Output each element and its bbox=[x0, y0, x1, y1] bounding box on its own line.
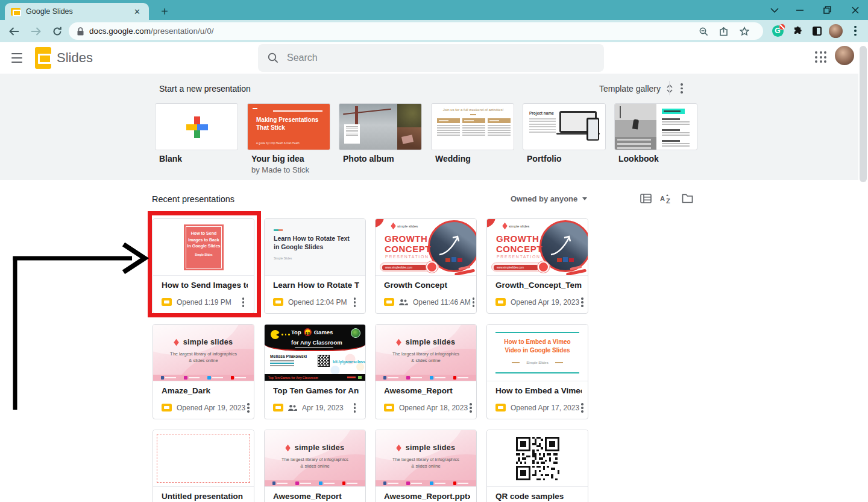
thumb-subtitle: Simple Slides bbox=[526, 361, 548, 364]
share-icon[interactable] bbox=[716, 24, 732, 39]
table-photo bbox=[397, 127, 422, 150]
placeholder-lines bbox=[662, 140, 692, 148]
bookmark-star-icon[interactable] bbox=[737, 24, 752, 39]
thumb-title: for Any Classroom bbox=[291, 339, 342, 346]
presentation-card[interactable]: QR code samples bbox=[486, 430, 588, 502]
presentation-title: Untitled presentation bbox=[162, 492, 248, 501]
address-bar[interactable]: docs.google.com/presentation/u/0/ bbox=[69, 22, 763, 40]
brand-text: simple slides bbox=[295, 443, 344, 452]
opened-date: Opened 11:46 AM bbox=[413, 298, 471, 307]
tab-search-chevron-icon[interactable] bbox=[764, 0, 785, 20]
brand-text: simple slides bbox=[183, 338, 233, 346]
card-menu-kebab-icon[interactable] bbox=[471, 296, 477, 309]
browser-profile-avatar[interactable] bbox=[828, 23, 843, 39]
number-badge: 10 bbox=[304, 328, 312, 336]
template-your-big-idea[interactable]: Making Presentations That Stick A guide … bbox=[247, 103, 330, 150]
template-label: Your big idea bbox=[251, 154, 304, 164]
back-button[interactable] bbox=[5, 22, 23, 40]
browser-tab[interactable]: Google Slides ✕ bbox=[5, 3, 149, 20]
templates-menu-kebab-icon[interactable] bbox=[679, 81, 685, 95]
thumb-title: Top bbox=[291, 329, 301, 335]
thumb-title: How to Embed a Vimeo Video in Google Sli… bbox=[499, 338, 576, 354]
presentation-card[interactable]: simple slides GROWTH CONCEPT PRESENTATIO… bbox=[486, 218, 588, 314]
sort-az-icon[interactable]: A Z bbox=[658, 191, 674, 206]
tab-title: Google Slides bbox=[26, 7, 73, 16]
decor-line bbox=[273, 110, 322, 112]
open-file-picker-folder-icon[interactable] bbox=[679, 191, 695, 206]
extensions-puzzle-icon[interactable] bbox=[790, 23, 805, 39]
presentation-title: Growth_Concept_Templa... bbox=[495, 281, 582, 290]
template-photo-album[interactable] bbox=[339, 103, 422, 150]
page-scrollbar-thumb[interactable] bbox=[860, 46, 867, 182]
slides-file-icon bbox=[273, 404, 283, 411]
svg-text:A: A bbox=[660, 195, 665, 202]
presentation-card[interactable]: simple slides The largest library of inf… bbox=[375, 430, 477, 502]
browser-toolbar: docs.google.com/presentation/u/0/ G bbox=[0, 20, 868, 42]
main-menu-hamburger-icon[interactable] bbox=[10, 52, 24, 63]
presentation-title: Amaze_Dark bbox=[162, 386, 248, 395]
restore-window-button[interactable] bbox=[817, 0, 837, 20]
thumbnail-growth-concept: simple slides GROWTH CONCEPT PRESENTATIO… bbox=[487, 219, 588, 276]
link-text: bit.ly/gamesclassroom bbox=[333, 360, 363, 364]
thumbnail-untitled-blank bbox=[153, 430, 254, 487]
thumb-title: CONCEPT bbox=[385, 244, 431, 254]
lock-icon bbox=[77, 27, 84, 36]
zoom-out-icon[interactable] bbox=[696, 24, 711, 39]
account-avatar[interactable] bbox=[835, 46, 854, 65]
new-tab-button[interactable]: + bbox=[158, 5, 171, 19]
card-menu-kebab-icon[interactable] bbox=[579, 401, 587, 415]
card-menu-kebab-icon[interactable] bbox=[352, 296, 360, 309]
search-bar[interactable] bbox=[258, 44, 604, 72]
minimize-button[interactable] bbox=[790, 0, 810, 20]
close-window-button[interactable] bbox=[845, 0, 866, 20]
presentation-title: Learn How to Rotate Text... bbox=[273, 281, 359, 290]
template-wedding[interactable]: Join us for a full weekend of activities… bbox=[431, 103, 514, 150]
slides-app-header: Slides bbox=[0, 42, 868, 74]
presentation-card[interactable]: simple slides GROWTH CONCEPT PRESENTATIO… bbox=[375, 218, 477, 314]
thumb-subtitle: PRESENTATION bbox=[497, 255, 541, 259]
owned-by-filter[interactable]: Owned by anyone bbox=[508, 193, 590, 205]
search-input[interactable] bbox=[287, 52, 576, 63]
list-view-icon[interactable] bbox=[638, 191, 653, 206]
footer-text: Top Ten Games for Any Classroom bbox=[268, 376, 318, 380]
slides-logo[interactable] bbox=[35, 47, 51, 69]
start-new-presentation-section: Start a new presentation Template galler… bbox=[0, 74, 858, 180]
decor-dash bbox=[253, 108, 257, 109]
presentation-card[interactable]: Learn How to Rotate Text in Google Slide… bbox=[264, 218, 366, 314]
card-menu-kebab-icon[interactable] bbox=[245, 401, 253, 415]
reload-button[interactable] bbox=[48, 22, 66, 40]
template-lookbook[interactable] bbox=[614, 103, 697, 150]
template-label: Photo album bbox=[343, 154, 394, 164]
thumbnail-simple-slides: simple slides The largest library of inf… bbox=[376, 325, 476, 381]
thumb-title: Learn How to Rotate Text in Google Slide… bbox=[274, 235, 353, 251]
template-blank[interactable] bbox=[155, 103, 238, 150]
presentation-card[interactable]: simple slides The largest library of inf… bbox=[153, 324, 254, 419]
presentation-card[interactable]: Top10Games for Any Classroom Melissa Pil… bbox=[264, 324, 366, 419]
forward-button[interactable] bbox=[27, 22, 45, 40]
grammarly-extension-icon[interactable]: G bbox=[770, 23, 785, 39]
card-menu-kebab-icon[interactable] bbox=[468, 401, 476, 415]
brand-text: simple slides bbox=[397, 224, 418, 228]
tagline-text: The largest library of infographics & sl… bbox=[392, 457, 459, 469]
annotation-highlight-box bbox=[148, 211, 261, 317]
contrast-extension-icon[interactable] bbox=[809, 23, 825, 39]
presentation-card[interactable]: Untitled presentation bbox=[153, 430, 254, 502]
tab-close-icon[interactable]: ✕ bbox=[131, 7, 143, 17]
presentation-card[interactable]: simple slides The largest library of inf… bbox=[264, 430, 366, 502]
template-portfolio[interactable]: Project name bbox=[523, 103, 606, 150]
presentation-card[interactable]: How to Embed a Vimeo Video in Google Sli… bbox=[486, 324, 588, 419]
template-gallery-button[interactable]: Template gallery bbox=[596, 81, 676, 96]
google-apps-grid-icon[interactable] bbox=[815, 51, 826, 63]
bridge-photo bbox=[339, 104, 397, 150]
brand-text: simple slides bbox=[406, 443, 455, 452]
social-bar bbox=[153, 375, 254, 381]
slides-file-icon bbox=[495, 404, 506, 411]
browser-menu-kebab-icon[interactable] bbox=[848, 23, 863, 39]
opened-date: Opened Apr 19, 2023 bbox=[177, 404, 245, 412]
slides-file-icon bbox=[273, 298, 283, 306]
browser-titlebar: Google Slides ✕ + bbox=[0, 0, 868, 20]
presentation-card[interactable]: simple slides The largest library of inf… bbox=[375, 324, 477, 419]
card-menu-kebab-icon[interactable] bbox=[352, 401, 360, 415]
thumb-title: Join us for a full weekend of activities… bbox=[437, 108, 509, 112]
card-menu-kebab-icon[interactable] bbox=[579, 296, 587, 309]
